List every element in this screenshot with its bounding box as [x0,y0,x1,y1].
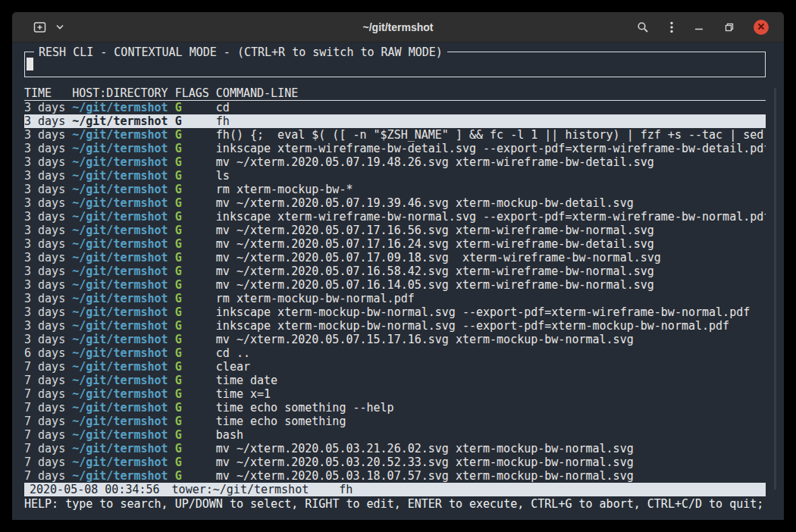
row-host: ~/git/termshot [72,251,174,264]
row-host: ~/git/termshot [72,292,174,305]
row-flags: G [175,278,216,292]
history-row[interactable]: 3 days ~/git/termshot G inkscape xterm-m… [24,319,766,333]
row-command: mv ~/xterm.2020.05.07.16.14.05.svg xterm… [216,278,766,292]
row-flags: G [175,264,216,278]
history-row[interactable]: 3 days ~/git/termshot G ls [24,169,766,183]
row-flags: G [175,374,216,387]
row-command: inkscape xterm-wireframe-bw-normal.svg -… [216,210,766,224]
row-command: time date [216,374,766,387]
history-row[interactable]: 3 days ~/git/termshot G fh [24,114,766,128]
menu-button[interactable] [669,20,675,35]
row-command: mv ~/xterm.2020.05.03.21.26.02.svg xterm… [216,442,766,455]
new-tab-button[interactable] [32,20,49,35]
history-row[interactable]: 3 days ~/git/termshot G rm xterm-mockup-… [24,292,766,305]
row-host: ~/git/termshot [72,128,174,142]
row-time: 3 days [24,264,72,278]
row-host: ~/git/termshot [72,155,174,169]
row-host: ~/git/termshot [72,374,174,387]
row-time: 3 days [24,319,72,333]
header-command-line: COMMAND-LINE [216,86,766,100]
history-row[interactable]: 3 days ~/git/termshot G mv ~/xterm.2020.… [24,237,766,251]
row-command: time x=1 [216,387,766,401]
minimize-button[interactable] [693,21,705,33]
row-time: 7 days [24,387,72,401]
history-row[interactable]: 3 days ~/git/termshot G inkscape xterm-m… [24,305,766,319]
history-row[interactable]: 6 days ~/git/termshot G cd .. [24,346,766,360]
status-datetime: 2020-05-08 00:34:56 [30,483,160,496]
history-row[interactable]: 7 days ~/git/termshot G time echo someth… [24,401,766,415]
terminal-content: RESH CLI - CONTEXTUAL MODE - (CTRL+R to … [12,43,784,520]
history-row[interactable]: 7 days ~/git/termshot G mv ~/xterm.2020.… [24,442,766,455]
row-time: 3 days [24,169,72,183]
row-flags: G [175,469,216,483]
row-command: bash [216,428,766,442]
history-row[interactable]: 3 days ~/git/termshot G mv ~/xterm.2020.… [24,196,766,210]
row-time: 7 days [24,455,72,469]
row-host: ~/git/termshot [72,469,174,483]
row-time: 3 days [24,305,72,319]
history-row[interactable]: 3 days ~/git/termshot G mv ~/xterm.2020.… [24,264,766,278]
row-flags: G [175,319,216,333]
history-row[interactable]: 3 days ~/git/termshot G mv ~/xterm.2020.… [24,251,766,264]
scrollbar[interactable] [774,88,776,490]
header-time: TIME [24,86,72,100]
row-host: ~/git/termshot [72,169,174,183]
history-row[interactable]: 3 days ~/git/termshot G mv ~/xterm.2020.… [24,333,766,346]
history-row[interactable]: 7 days ~/git/termshot G time date [24,374,766,387]
history-row[interactable]: 7 days ~/git/termshot G time x=1 [24,387,766,401]
row-command: mv ~/xterm.2020.05.07.17.09.18.svg xterm… [216,251,766,264]
row-host: ~/git/termshot [72,101,174,114]
history-row[interactable]: 7 days ~/git/termshot G bash [24,428,766,442]
row-command: fh() {; eval $( ([ -n "$ZSH_NAME" ] && f… [216,128,766,142]
row-time: 7 days [24,360,72,374]
close-button[interactable] [754,20,769,35]
history-header: TIME HOST:DIRECTORY FLAGS COMMAND-LINE [24,86,766,101]
restore-button[interactable] [723,21,735,33]
history-row[interactable]: 3 days ~/git/termshot G rm xterm-mockup-… [24,183,766,196]
new-tab-icon [33,21,47,33]
history-row[interactable]: 7 days ~/git/termshot G mv ~/xterm.2020.… [24,469,766,483]
row-time: 3 days [24,114,72,128]
history-row[interactable]: 3 days ~/git/termshot G fh() {; eval $( … [24,128,766,142]
header-host-directory: HOST:DIRECTORY [72,86,174,100]
history-row[interactable]: 3 days ~/git/termshot G mv ~/xterm.2020.… [24,278,766,292]
history-row[interactable]: 7 days ~/git/termshot G clear [24,360,766,374]
row-flags: G [175,455,216,469]
profiles-dropdown-button[interactable] [55,23,65,31]
search-button[interactable] [635,20,650,35]
status-bar: 2020-05-08 00:34:56 tower:~/git/termshot… [24,483,766,496]
row-host: ~/git/termshot [72,237,174,251]
row-flags: G [175,210,216,224]
row-command: mv ~/xterm.2020.05.03.18.07.57.svg xterm… [216,469,766,483]
row-time: 3 days [24,210,72,224]
row-command: cd [216,101,766,114]
row-host: ~/git/termshot [72,455,174,469]
history-row[interactable]: 3 days ~/git/termshot G mv ~/xterm.2020.… [24,155,766,169]
row-command: mv ~/xterm.2020.05.07.17.16.24.svg xterm… [216,237,766,251]
row-host: ~/git/termshot [72,401,174,415]
status-command: fh [339,483,353,496]
row-time: 7 days [24,401,72,415]
row-command: mv ~/xterm.2020.05.07.19.48.26.svg xterm… [216,155,766,169]
row-time: 3 days [24,251,72,264]
row-flags: G [175,292,216,305]
history-row[interactable]: 3 days ~/git/termshot G cd [24,101,766,114]
row-time: 3 days [24,333,72,346]
row-command: mv ~/xterm.2020.05.07.15.17.16.svg xterm… [216,333,766,346]
history-rows: 3 days ~/git/termshot G cd 3 days ~/git/… [24,101,766,483]
row-host: ~/git/termshot [72,114,174,128]
terminal-window: ~/git/termshot [12,12,784,520]
window-title: ~/git/termshot [363,21,434,33]
history-row[interactable]: 7 days ~/git/termshot G time echo someth… [24,415,766,428]
header-flags: FLAGS [175,86,216,100]
row-command: mv ~/xterm.2020.05.07.16.58.42.svg xterm… [216,264,766,278]
history-row[interactable]: 3 days ~/git/termshot G inkscape xterm-w… [24,142,766,155]
history-row[interactable]: 7 days ~/git/termshot G mv ~/xterm.2020.… [24,455,766,469]
history-row[interactable]: 3 days ~/git/termshot G inkscape xterm-w… [24,210,766,224]
row-time: 7 days [24,374,72,387]
row-flags: G [175,333,216,346]
row-time: 3 days [24,128,72,142]
history-row[interactable]: 3 days ~/git/termshot G mv ~/xterm.2020.… [24,224,766,237]
resh-search-input[interactable]: RESH CLI - CONTEXTUAL MODE - (CTRL+R to … [24,52,766,77]
row-command: mv ~/xterm.2020.05.03.20.52.33.svg xterm… [216,455,766,469]
